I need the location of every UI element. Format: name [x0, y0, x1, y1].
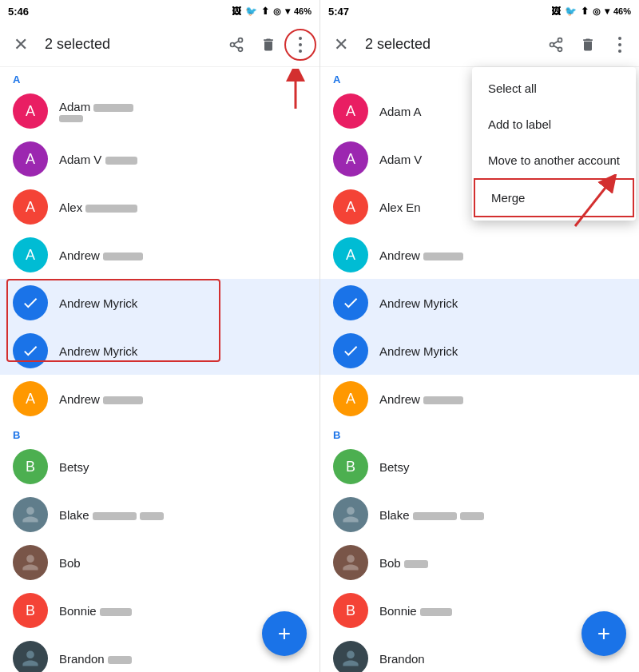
twitter-icon: 🐦 — [245, 6, 257, 17]
svg-point-6 — [299, 43, 302, 46]
menu-item-move-account[interactable]: Move to another account — [472, 142, 636, 178]
contact-item[interactable]: B Betsy — [0, 443, 320, 491]
selected-highlight-box: Andrew Myrick Andrew Myrick — [0, 279, 320, 375]
more-button-right[interactable] — [604, 29, 636, 61]
contact-info: Bonnie — [368, 604, 626, 618]
contact-name: Bob — [379, 556, 626, 570]
svg-point-14 — [618, 37, 621, 40]
contact-info: Alex — [48, 201, 307, 214]
svg-line-17 — [575, 181, 611, 226]
contact-name: Betsy — [379, 460, 626, 474]
contact-name: Andrew Myrick — [59, 344, 307, 358]
contact-item[interactable]: A Andrew — [320, 231, 639, 279]
contact-info: Bob — [368, 556, 626, 570]
contact-info: Andrew Myrick — [368, 296, 626, 310]
avatar: A — [13, 237, 48, 272]
contact-item[interactable]: A Andrew — [0, 375, 320, 423]
avatar-photo — [13, 497, 48, 532]
avatar-photo — [333, 497, 368, 532]
share-button-left[interactable] — [220, 29, 252, 61]
svg-point-7 — [299, 50, 302, 53]
avatar: B — [13, 449, 48, 484]
contact-name: Alex — [59, 201, 307, 214]
avatar-check — [13, 285, 48, 320]
left-status-icons: 🖼 🐦 ⬆ ◎ ▾ 46% — [232, 6, 312, 17]
contact-name: Andrew — [379, 249, 626, 262]
menu-item-select-all[interactable]: Select all — [472, 70, 636, 106]
contact-item-selected[interactable]: Andrew Myrick — [0, 279, 320, 327]
left-status-bar: 5:46 🖼 🐦 ⬆ ◎ ▾ 46% — [0, 0, 320, 22]
arrow-up-left — [286, 69, 305, 109]
right-panel: ✕ 2 selected Select all Add to label Mov… — [320, 22, 639, 672]
contact-item-selected[interactable]: Andrew Myrick — [320, 279, 639, 327]
nfc-icon: ◎ — [273, 6, 281, 17]
contact-name: Adam — [59, 100, 307, 113]
right-status-icons: 🖼 🐦 ⬆ ◎ ▾ 46% — [551, 6, 631, 17]
svg-line-12 — [554, 46, 558, 48]
contact-item-selected[interactable]: Andrew Myrick — [0, 327, 320, 375]
contact-name: Bonnie — [59, 604, 307, 618]
image-icon: 🖼 — [232, 6, 241, 17]
svg-line-13 — [554, 41, 558, 43]
avatar: A — [13, 189, 48, 225]
avatar: B — [13, 593, 48, 628]
close-button-right[interactable]: ✕ — [323, 27, 359, 62]
contact-info: Andrew Myrick — [368, 344, 626, 358]
more-button-left[interactable] — [284, 29, 316, 61]
svg-line-3 — [234, 46, 239, 48]
menu-item-add-label[interactable]: Add to label — [472, 106, 636, 142]
left-contact-list: A A Adam A Adam V — [0, 67, 320, 672]
svg-line-4 — [234, 41, 239, 43]
arrow-merge — [567, 174, 631, 230]
contact-name: Blake — [59, 508, 307, 522]
avatar: A — [333, 93, 368, 129]
contact-item[interactable]: Blake — [0, 491, 320, 539]
contact-info: Bob — [48, 556, 307, 570]
avatar-check — [333, 333, 368, 368]
avatar-photo — [13, 641, 48, 672]
avatar: B — [333, 449, 368, 484]
contact-name: Adam V — [59, 153, 307, 166]
contact-name: Andrew Myrick — [379, 344, 626, 358]
avatar: A — [13, 141, 48, 177]
fab-right[interactable]: + — [581, 611, 626, 656]
status-bars: 5:46 🖼 🐦 ⬆ ◎ ▾ 46% 5:47 🖼 🐦 ⬆ ◎ ▾ 46% — [0, 0, 639, 22]
contact-item[interactable]: A Adam V — [0, 135, 320, 183]
contact-info: Andrew Myrick — [48, 344, 307, 358]
contact-info: Andrew — [368, 249, 626, 262]
left-battery: 46% — [294, 6, 312, 16]
contact-item[interactable]: A Adam — [0, 87, 320, 135]
left-toolbar: ✕ 2 selected — [0, 22, 320, 67]
contact-name: Andrew — [59, 392, 307, 406]
delete-button-right[interactable] — [572, 29, 604, 61]
contact-name: Betsy — [59, 460, 307, 474]
right-battery: 46% — [613, 6, 631, 16]
right-toolbar-title: 2 selected — [359, 36, 540, 53]
avatar: A — [13, 93, 48, 129]
contact-item[interactable]: A Alex — [0, 183, 320, 231]
contact-name: Bob — [59, 556, 307, 570]
contact-info: Brandon — [368, 652, 626, 666]
wifi-icon-r: ▾ — [605, 6, 609, 17]
svg-point-15 — [618, 43, 621, 46]
contact-info: Bonnie — [48, 604, 307, 618]
contact-item[interactable]: Bob — [320, 539, 639, 587]
fab-left[interactable]: + — [262, 611, 307, 656]
contact-item[interactable]: Bob — [0, 539, 320, 587]
share-button-right[interactable] — [540, 29, 572, 61]
contact-item[interactable]: B Betsy — [320, 443, 639, 491]
contact-info: Brandon — [48, 652, 307, 666]
contact-info: Betsy — [368, 460, 626, 474]
avatar: A — [333, 189, 368, 225]
contact-item[interactable]: A Andrew — [0, 231, 320, 279]
delete-button-left[interactable] — [252, 29, 284, 61]
avatar: B — [333, 593, 368, 628]
contact-item[interactable]: A Andrew — [320, 375, 639, 423]
twitter-icon-r: 🐦 — [565, 6, 577, 17]
contact-info: Andrew — [48, 249, 307, 262]
avatar-photo — [13, 545, 48, 580]
contact-item[interactable]: Blake — [320, 491, 639, 539]
contact-item-selected[interactable]: Andrew Myrick — [320, 327, 639, 375]
left-toolbar-title: 2 selected — [38, 36, 220, 53]
close-button-left[interactable]: ✕ — [3, 27, 38, 62]
